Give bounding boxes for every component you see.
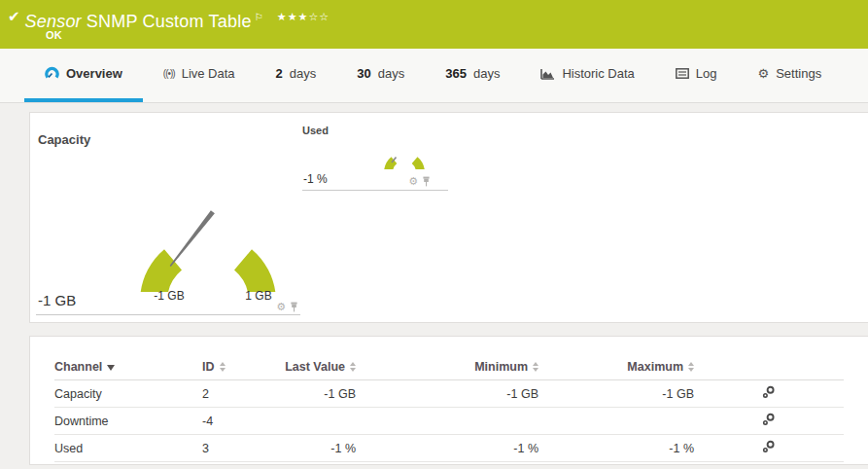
gauge-title: Used	[302, 125, 329, 136]
live-data-icon: ((•))	[163, 68, 175, 79]
cell-maximum: -1 %	[538, 435, 694, 462]
pin-icon[interactable]	[422, 176, 431, 187]
sort-icon	[350, 362, 356, 372]
tab-number: 30	[357, 66, 370, 81]
column-header-maximum[interactable]: Maximum	[627, 360, 694, 374]
cell-minimum: -1 %	[356, 435, 538, 462]
prtg-sensor-page: ✔ SensorSNMP Custom Table⚐ ★★★☆☆ OK Over…	[0, 0, 868, 469]
tab-historic-data[interactable]: Historic Data	[520, 49, 654, 102]
column-header-last-value[interactable]: Last Value	[285, 360, 356, 374]
cell-minimum: -1 GB	[356, 380, 538, 408]
cell-last-value	[278, 408, 356, 435]
table-header-row: Channel ID Last Value Minimum Maximum	[54, 354, 844, 380]
sensor-status-header: ✔ SensorSNMP Custom Table⚐ ★★★☆☆ OK	[0, 0, 868, 49]
tab-label: days	[473, 66, 500, 81]
tab-log[interactable]: Log	[655, 49, 738, 102]
gauge-title: Capacity	[38, 132, 90, 147]
capacity-gauge-tile: Capacity -1 GB -1 GB 1 GB ⚙	[36, 121, 300, 315]
cell-channel[interactable]: Downtime	[54, 408, 202, 435]
gauge-settings-icon[interactable]: ⚙	[276, 302, 286, 312]
tab-live-data[interactable]: ((•)) Live Data	[143, 49, 256, 102]
tab-label: Overview	[66, 66, 122, 81]
used-gauge-tile: Used -1 % ⚙	[302, 123, 448, 191]
tab-2-days[interactable]: 2 days	[256, 49, 337, 102]
overview-gauges-panel: Capacity -1 GB -1 GB 1 GB ⚙ Used -1 %	[29, 112, 868, 323]
tab-label: Log	[696, 66, 717, 81]
tab-label: days	[290, 66, 316, 81]
tab-label: days	[378, 66, 404, 81]
sensor-name: SNMP Custom Table	[87, 12, 252, 31]
channel-settings-icon[interactable]	[762, 413, 776, 426]
channel-table: Channel ID Last Value Minimum Maximum Ca…	[54, 354, 844, 462]
title-prefix: Sensor	[25, 12, 82, 31]
gauge-scale-min: -1 GB	[128, 289, 210, 303]
cell-last-value: -1 GB	[278, 380, 356, 408]
tab-label: Settings	[776, 66, 821, 81]
cell-maximum	[538, 408, 694, 435]
ok-check-icon: ✔	[8, 7, 20, 26]
gear-icon: ⚙	[758, 67, 770, 80]
cell-id: 2	[202, 380, 278, 408]
cell-minimum	[356, 408, 538, 435]
channel-settings-icon[interactable]	[762, 440, 776, 453]
priority-stars[interactable]: ★★★☆☆	[277, 7, 330, 26]
sort-icon	[688, 362, 694, 372]
tab-label: Historic Data	[562, 66, 634, 81]
gauge-icon	[45, 66, 59, 81]
table-row[interactable]: Downtime -4	[54, 408, 844, 435]
cell-maximum: -1 GB	[538, 380, 694, 408]
tab-label: Live Data	[182, 66, 235, 81]
table-row[interactable]: Capacity 2 -1 GB -1 GB -1 GB	[54, 380, 844, 408]
tab-number: 2	[276, 66, 283, 81]
tab-30-days[interactable]: 30 days	[336, 49, 425, 102]
status-badge: OK	[46, 29, 62, 41]
gauge-settings-icon[interactable]: ⚙	[408, 176, 418, 187]
column-header-channel[interactable]: Channel	[54, 360, 115, 374]
cell-channel[interactable]: Used	[54, 435, 202, 462]
sort-icon	[533, 362, 538, 372]
gauge-current-value: -1 GB	[38, 292, 76, 308]
gauge-current-value: -1 %	[303, 172, 328, 186]
used-gauge	[375, 123, 434, 169]
channel-table-panel: Channel ID Last Value Minimum Maximum Ca…	[29, 336, 868, 465]
capacity-gauge	[130, 140, 286, 292]
cell-id: -4	[202, 408, 278, 435]
column-header-minimum[interactable]: Minimum	[474, 360, 538, 374]
sort-desc-icon	[107, 365, 115, 371]
tab-bar: Overview ((•)) Live Data 2 days 30 days …	[0, 49, 868, 103]
area-chart-icon	[540, 68, 555, 80]
tab-settings[interactable]: ⚙ Settings	[738, 49, 843, 102]
tab-overview[interactable]: Overview	[24, 49, 143, 102]
cell-last-value: -1 %	[278, 435, 356, 462]
gauge-scale-max: 1 GB	[218, 289, 299, 303]
tab-number: 365	[445, 66, 467, 81]
cell-channel[interactable]: Capacity	[54, 380, 202, 408]
flag-icon[interactable]: ⚐	[255, 12, 263, 22]
cell-id: 3	[202, 435, 278, 462]
channel-settings-icon[interactable]	[762, 385, 776, 399]
pin-icon[interactable]	[290, 302, 298, 312]
tab-365-days[interactable]: 365 days	[425, 49, 520, 102]
sort-icon	[220, 362, 226, 372]
gauge-needle	[170, 210, 215, 267]
log-icon	[676, 68, 689, 79]
table-row[interactable]: Used 3 -1 % -1 % -1 %	[54, 435, 844, 462]
column-header-id[interactable]: ID	[202, 360, 226, 374]
